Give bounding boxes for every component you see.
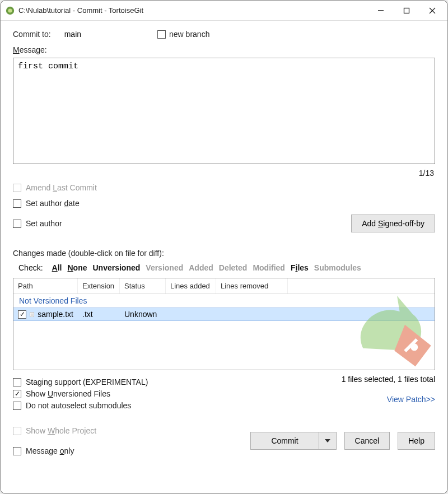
tortoisegit-icon [5,6,15,16]
help-button[interactable]: Help [398,432,435,450]
svg-rect-11 [404,338,418,352]
staging-support-checkbox[interactable]: Staging support (EXPERIMENTAL) [13,378,148,386]
filter-versioned[interactable]: Versioned [146,263,183,272]
commit-to-row: Commit to: main new branch [13,29,435,40]
file-lines-removed [216,313,288,316]
file-lines-added [166,313,216,316]
commit-dialog: C:\Nulab\tutorial - Commit - TortoiseGit… [0,0,448,494]
amend-label: Amend Last Commit [26,183,97,192]
commit-to-label: Commit to: [13,30,51,39]
selection-summary: 1 files selected, 1 files total [342,375,435,384]
file-row[interactable]: sample.txt .txt Unknown [13,307,435,321]
no-autoselect-submodules-checkbox[interactable]: Do not autoselect submodules [13,401,148,410]
message-only-checkbox[interactable]: Message only [13,446,96,455]
filter-unversioned[interactable]: Unversioned [93,263,141,272]
filter-modified[interactable]: Modified [253,263,285,272]
staging-label: Staging support (EXPERIMENTAL) [26,378,148,386]
message-label: Message: [13,45,435,54]
commit-split-button[interactable]: Commit [250,432,336,450]
show-unversioned-check-icon [13,390,21,398]
author-check-icon [13,220,21,228]
message-only-label: Message only [26,446,74,455]
file-list-header: Path Extension Status Lines added Lines … [13,278,435,294]
branch-name[interactable]: main [61,29,85,40]
filter-all[interactable]: All [52,263,62,272]
show-unversioned-label: Show Unversioned Files [26,389,110,398]
set-author-date-checkbox[interactable]: Set author date [13,199,435,208]
filter-submodules[interactable]: Submodules [314,263,361,272]
window-title: C:\Nulab\tutorial - Commit - TortoiseGit [18,6,368,15]
check-filter-bar: Check: All None Unversioned Versioned Ad… [13,263,435,272]
view-patch-link[interactable]: View Patch>> [387,395,435,404]
col-path[interactable]: Path [13,278,78,293]
col-status[interactable]: Status [120,278,166,293]
changes-made-label: Changes made (double-click on file for d… [13,249,435,258]
new-branch-check-icon [157,30,166,39]
whole-project-label: Show Whole Project [26,426,96,435]
add-signed-off-by-button[interactable]: Add Signed-off-by [351,215,435,232]
set-author-checkbox[interactable]: Set author [13,219,62,228]
amend-check-icon [13,184,21,192]
options-right: 1 files selected, 1 files total View Pat… [342,375,435,404]
commit-dropdown-button[interactable] [319,432,336,449]
author-label: Set author [26,219,62,228]
maximize-button[interactable] [394,2,419,19]
svg-point-1 [8,8,12,12]
author-date-check-icon [13,199,21,208]
file-list[interactable]: Path Extension Status Lines added Lines … [13,278,435,370]
cancel-button[interactable]: Cancel [344,432,390,450]
col-ext[interactable]: Extension [78,278,120,293]
amend-checkbox: Amend Last Commit [13,183,435,192]
options-left: Staging support (EXPERIMENTAL) Show Unve… [13,375,148,413]
dialog-body: Commit to: main new branch Message: 1/13… [1,21,447,493]
new-branch-checkbox[interactable]: new branch [157,30,209,39]
show-whole-project-checkbox: Show Whole Project [13,426,96,435]
whole-project-check-icon [13,427,21,435]
show-unversioned-checkbox[interactable]: Show Unversioned Files [13,389,148,398]
filter-deleted[interactable]: Deleted [219,263,248,272]
svg-rect-3 [404,8,409,13]
filter-files[interactable]: Files [291,263,309,272]
no-autoselect-check-icon [13,402,21,410]
minimize-button[interactable] [368,2,394,19]
svg-point-10 [410,343,418,351]
author-date-label: Set author date [26,199,80,208]
file-status: Unknown [120,308,166,320]
staging-check-icon [13,378,21,386]
commit-button[interactable]: Commit [251,432,319,449]
titlebar: C:\Nulab\tutorial - Commit - TortoiseGit [1,1,447,21]
svg-marker-12 [325,439,330,442]
check-label: Check: [18,263,43,272]
file-ext: .txt [78,308,120,320]
filter-none[interactable]: None [67,263,87,272]
file-name: sample.txt [38,310,73,319]
file-icon [30,310,34,319]
no-autoselect-label: Do not autoselect submodules [26,401,131,410]
message-only-check-icon [13,447,21,455]
file-check-icon[interactable] [18,310,26,319]
filter-added[interactable]: Added [189,263,213,272]
group-not-versioned[interactable]: Not Versioned Files [13,294,435,307]
close-button[interactable] [419,2,445,19]
col-lines-removed[interactable]: Lines removed [216,278,288,293]
message-charcount: 1/13 [13,169,434,178]
new-branch-label: new branch [169,30,209,39]
commit-message-input[interactable] [13,58,435,164]
col-lines-added[interactable]: Lines added [166,278,216,293]
